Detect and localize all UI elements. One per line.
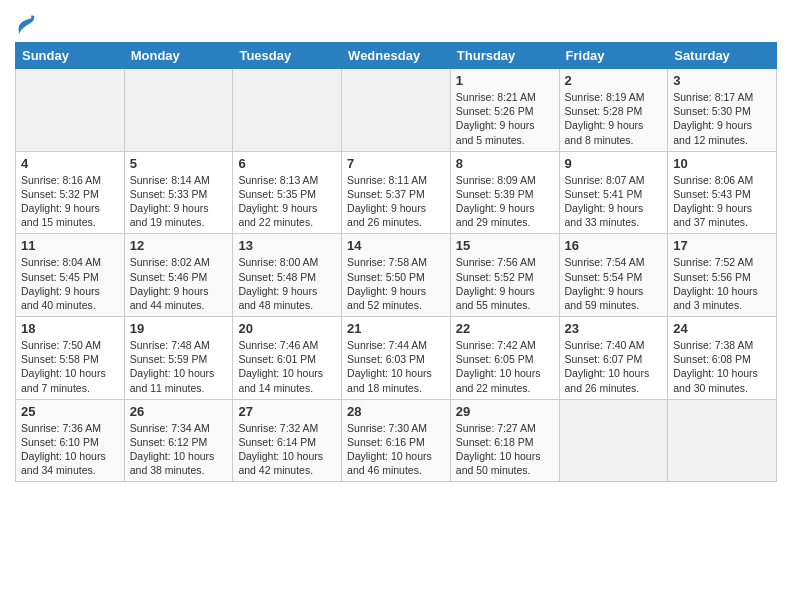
day-number: 29 [456,404,554,419]
day-info: Sunrise: 8:17 AM Sunset: 5:30 PM Dayligh… [673,90,771,147]
calendar-cell: 3Sunrise: 8:17 AM Sunset: 5:30 PM Daylig… [668,69,777,152]
day-number: 16 [565,238,663,253]
day-number: 22 [456,321,554,336]
weekday-header-monday: Monday [124,43,233,69]
calendar-cell: 5Sunrise: 8:14 AM Sunset: 5:33 PM Daylig… [124,151,233,234]
day-info: Sunrise: 8:16 AM Sunset: 5:32 PM Dayligh… [21,173,119,230]
week-row-2: 4Sunrise: 8:16 AM Sunset: 5:32 PM Daylig… [16,151,777,234]
day-info: Sunrise: 7:42 AM Sunset: 6:05 PM Dayligh… [456,338,554,395]
day-info: Sunrise: 8:13 AM Sunset: 5:35 PM Dayligh… [238,173,336,230]
day-number: 13 [238,238,336,253]
calendar-cell: 18Sunrise: 7:50 AM Sunset: 5:58 PM Dayli… [16,317,125,400]
calendar-cell: 1Sunrise: 8:21 AM Sunset: 5:26 PM Daylig… [450,69,559,152]
week-row-4: 18Sunrise: 7:50 AM Sunset: 5:58 PM Dayli… [16,317,777,400]
day-number: 23 [565,321,663,336]
calendar-cell: 16Sunrise: 7:54 AM Sunset: 5:54 PM Dayli… [559,234,668,317]
day-info: Sunrise: 8:11 AM Sunset: 5:37 PM Dayligh… [347,173,445,230]
calendar-cell: 26Sunrise: 7:34 AM Sunset: 6:12 PM Dayli… [124,399,233,482]
calendar-cell: 20Sunrise: 7:46 AM Sunset: 6:01 PM Dayli… [233,317,342,400]
day-number: 28 [347,404,445,419]
calendar-cell: 21Sunrise: 7:44 AM Sunset: 6:03 PM Dayli… [342,317,451,400]
calendar-cell [559,399,668,482]
day-info: Sunrise: 8:07 AM Sunset: 5:41 PM Dayligh… [565,173,663,230]
day-info: Sunrise: 7:40 AM Sunset: 6:07 PM Dayligh… [565,338,663,395]
day-number: 17 [673,238,771,253]
day-number: 14 [347,238,445,253]
day-info: Sunrise: 7:52 AM Sunset: 5:56 PM Dayligh… [673,255,771,312]
calendar-cell: 12Sunrise: 8:02 AM Sunset: 5:46 PM Dayli… [124,234,233,317]
weekday-header-thursday: Thursday [450,43,559,69]
day-number: 7 [347,156,445,171]
calendar-cell [16,69,125,152]
calendar-cell: 4Sunrise: 8:16 AM Sunset: 5:32 PM Daylig… [16,151,125,234]
day-info: Sunrise: 7:46 AM Sunset: 6:01 PM Dayligh… [238,338,336,395]
day-number: 8 [456,156,554,171]
day-info: Sunrise: 8:00 AM Sunset: 5:48 PM Dayligh… [238,255,336,312]
day-info: Sunrise: 7:36 AM Sunset: 6:10 PM Dayligh… [21,421,119,478]
calendar-cell: 2Sunrise: 8:19 AM Sunset: 5:28 PM Daylig… [559,69,668,152]
day-info: Sunrise: 7:48 AM Sunset: 5:59 PM Dayligh… [130,338,228,395]
day-info: Sunrise: 7:38 AM Sunset: 6:08 PM Dayligh… [673,338,771,395]
day-number: 10 [673,156,771,171]
day-info: Sunrise: 8:09 AM Sunset: 5:39 PM Dayligh… [456,173,554,230]
header [15,10,777,36]
day-number: 9 [565,156,663,171]
calendar-cell: 27Sunrise: 7:32 AM Sunset: 6:14 PM Dayli… [233,399,342,482]
day-info: Sunrise: 8:21 AM Sunset: 5:26 PM Dayligh… [456,90,554,147]
week-row-1: 1Sunrise: 8:21 AM Sunset: 5:26 PM Daylig… [16,69,777,152]
weekday-header-sunday: Sunday [16,43,125,69]
day-number: 25 [21,404,119,419]
day-info: Sunrise: 7:56 AM Sunset: 5:52 PM Dayligh… [456,255,554,312]
day-number: 6 [238,156,336,171]
day-info: Sunrise: 7:27 AM Sunset: 6:18 PM Dayligh… [456,421,554,478]
day-number: 26 [130,404,228,419]
logo-bird-icon [17,14,35,36]
calendar-cell: 23Sunrise: 7:40 AM Sunset: 6:07 PM Dayli… [559,317,668,400]
week-row-3: 11Sunrise: 8:04 AM Sunset: 5:45 PM Dayli… [16,234,777,317]
calendar-table: SundayMondayTuesdayWednesdayThursdayFrid… [15,42,777,482]
calendar-cell: 15Sunrise: 7:56 AM Sunset: 5:52 PM Dayli… [450,234,559,317]
day-info: Sunrise: 7:32 AM Sunset: 6:14 PM Dayligh… [238,421,336,478]
day-number: 18 [21,321,119,336]
day-info: Sunrise: 8:02 AM Sunset: 5:46 PM Dayligh… [130,255,228,312]
weekday-header-saturday: Saturday [668,43,777,69]
day-number: 2 [565,73,663,88]
day-info: Sunrise: 8:06 AM Sunset: 5:43 PM Dayligh… [673,173,771,230]
calendar-cell: 24Sunrise: 7:38 AM Sunset: 6:08 PM Dayli… [668,317,777,400]
day-number: 1 [456,73,554,88]
calendar-cell: 14Sunrise: 7:58 AM Sunset: 5:50 PM Dayli… [342,234,451,317]
day-number: 27 [238,404,336,419]
calendar-cell: 10Sunrise: 8:06 AM Sunset: 5:43 PM Dayli… [668,151,777,234]
day-info: Sunrise: 7:54 AM Sunset: 5:54 PM Dayligh… [565,255,663,312]
calendar-cell [668,399,777,482]
weekday-header-row: SundayMondayTuesdayWednesdayThursdayFrid… [16,43,777,69]
calendar-cell: 7Sunrise: 8:11 AM Sunset: 5:37 PM Daylig… [342,151,451,234]
day-number: 20 [238,321,336,336]
week-row-5: 25Sunrise: 7:36 AM Sunset: 6:10 PM Dayli… [16,399,777,482]
day-info: Sunrise: 8:19 AM Sunset: 5:28 PM Dayligh… [565,90,663,147]
weekday-header-tuesday: Tuesday [233,43,342,69]
day-info: Sunrise: 7:58 AM Sunset: 5:50 PM Dayligh… [347,255,445,312]
calendar-cell: 28Sunrise: 7:30 AM Sunset: 6:16 PM Dayli… [342,399,451,482]
day-number: 5 [130,156,228,171]
day-number: 11 [21,238,119,253]
calendar-cell: 13Sunrise: 8:00 AM Sunset: 5:48 PM Dayli… [233,234,342,317]
calendar-cell [233,69,342,152]
day-number: 24 [673,321,771,336]
calendar-cell: 29Sunrise: 7:27 AM Sunset: 6:18 PM Dayli… [450,399,559,482]
day-number: 3 [673,73,771,88]
day-number: 19 [130,321,228,336]
logo [15,14,35,36]
day-info: Sunrise: 7:30 AM Sunset: 6:16 PM Dayligh… [347,421,445,478]
weekday-header-wednesday: Wednesday [342,43,451,69]
day-info: Sunrise: 7:50 AM Sunset: 5:58 PM Dayligh… [21,338,119,395]
day-info: Sunrise: 7:34 AM Sunset: 6:12 PM Dayligh… [130,421,228,478]
day-info: Sunrise: 8:14 AM Sunset: 5:33 PM Dayligh… [130,173,228,230]
calendar-cell: 22Sunrise: 7:42 AM Sunset: 6:05 PM Dayli… [450,317,559,400]
day-info: Sunrise: 7:44 AM Sunset: 6:03 PM Dayligh… [347,338,445,395]
day-info: Sunrise: 8:04 AM Sunset: 5:45 PM Dayligh… [21,255,119,312]
calendar-cell: 8Sunrise: 8:09 AM Sunset: 5:39 PM Daylig… [450,151,559,234]
calendar-cell: 19Sunrise: 7:48 AM Sunset: 5:59 PM Dayli… [124,317,233,400]
day-number: 12 [130,238,228,253]
calendar-cell [124,69,233,152]
